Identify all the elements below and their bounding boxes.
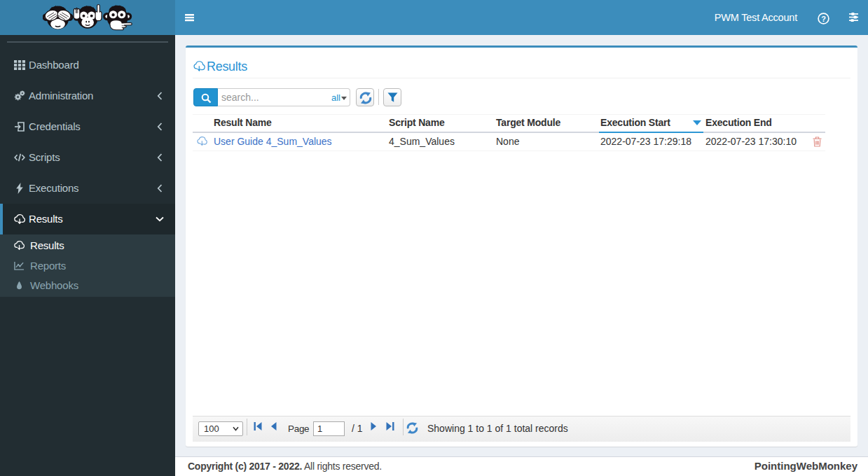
- svg-text:?: ?: [821, 15, 826, 23]
